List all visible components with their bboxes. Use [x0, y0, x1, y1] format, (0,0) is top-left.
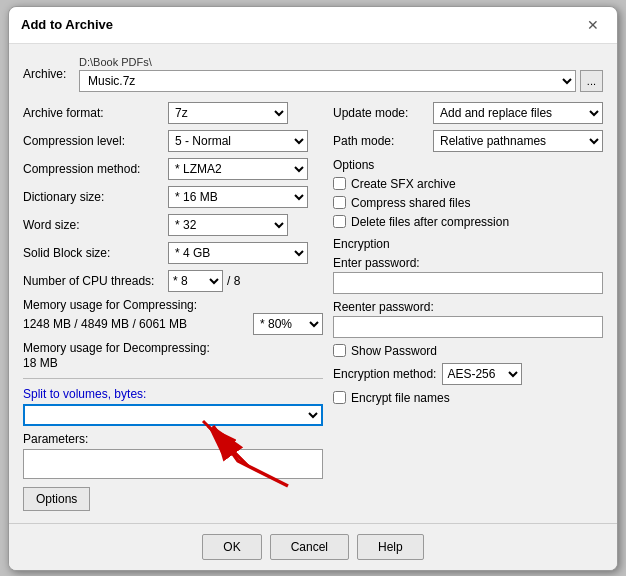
compress-shared-label: Compress shared files	[351, 196, 470, 210]
dictionary-size-label: Dictionary size:	[23, 190, 168, 204]
word-size-row: Word size: * 32	[23, 214, 323, 236]
show-password-row: Show Password	[333, 344, 603, 358]
split-label: Split to volumes, bytes:	[23, 387, 323, 401]
mem-compress-label: Memory usage for Compressing:	[23, 298, 323, 312]
right-column: Update mode: Add and replace files Path …	[333, 102, 603, 511]
dictionary-size-combo[interactable]: * 16 MB	[168, 186, 308, 208]
cpu-row: Number of CPU threads: * 8 / 8	[23, 270, 323, 292]
mem-decompress-value: 18 MB	[23, 356, 58, 370]
add-to-archive-dialog: Add to Archive ✕ Archive: D:\Book PDFs\ …	[8, 6, 618, 571]
create-sfx-row: Create SFX archive	[333, 177, 603, 191]
create-sfx-label: Create SFX archive	[351, 177, 456, 191]
compress-shared-row: Compress shared files	[333, 196, 603, 210]
path-mode-combo[interactable]: Relative pathnames	[433, 130, 603, 152]
close-button[interactable]: ✕	[581, 15, 605, 35]
enter-password-input[interactable]	[333, 272, 603, 294]
encryption-method-combo[interactable]: AES-256	[442, 363, 522, 385]
archive-format-label: Archive format:	[23, 106, 168, 120]
delete-after-row: Delete files after compression	[333, 215, 603, 229]
encryption-method-label: Encryption method:	[333, 367, 436, 381]
path-mode-label: Path mode:	[333, 134, 433, 148]
params-input[interactable]	[23, 449, 323, 479]
reenter-password-input[interactable]	[333, 316, 603, 338]
encrypt-filenames-checkbox[interactable]	[333, 391, 346, 404]
archive-filename-combo[interactable]: Music.7z	[79, 70, 576, 92]
compression-level-label: Compression level:	[23, 134, 168, 148]
update-mode-label: Update mode:	[333, 106, 433, 120]
archive-path: D:\Book PDFs\	[79, 56, 603, 68]
compress-shared-checkbox[interactable]	[333, 196, 346, 209]
dialog-title: Add to Archive	[21, 17, 113, 32]
show-password-label: Show Password	[351, 344, 437, 358]
ok-button[interactable]: OK	[202, 534, 261, 560]
encryption-section: Encryption Enter password: Reenter passw…	[333, 237, 603, 405]
archive-path-col: D:\Book PDFs\ Music.7z ...	[79, 56, 603, 92]
options-section-title: Options	[333, 158, 603, 172]
title-bar: Add to Archive ✕	[9, 7, 617, 44]
show-password-checkbox[interactable]	[333, 344, 346, 357]
mem-decompress-row: Memory usage for Decompressing: 18 MB	[23, 341, 323, 370]
create-sfx-checkbox[interactable]	[333, 177, 346, 190]
mem-compress-values: 1248 MB / 4849 MB / 6061 MB	[23, 317, 187, 331]
archive-format-combo[interactable]: 7z	[168, 102, 288, 124]
delete-after-checkbox[interactable]	[333, 215, 346, 228]
encryption-title: Encryption	[333, 237, 603, 251]
encryption-method-row: Encryption method: AES-256	[333, 363, 603, 385]
cpu-combo[interactable]: * 8	[168, 270, 223, 292]
params-label: Parameters:	[23, 432, 323, 446]
cpu-label: Number of CPU threads:	[23, 274, 168, 288]
dictionary-size-row: Dictionary size: * 16 MB	[23, 186, 323, 208]
browse-button[interactable]: ...	[580, 70, 603, 92]
archive-row: Archive: D:\Book PDFs\ Music.7z ...	[23, 56, 603, 92]
cancel-button[interactable]: Cancel	[270, 534, 349, 560]
help-button[interactable]: Help	[357, 534, 424, 560]
split-volumes-combo[interactable]	[23, 404, 323, 426]
update-mode-row: Update mode: Add and replace files	[333, 102, 603, 124]
mem-compress-row: Memory usage for Compressing: 1248 MB / …	[23, 298, 323, 335]
archive-format-row: Archive format: 7z	[23, 102, 323, 124]
left-column: Archive format: 7z Compression level: 5 …	[23, 102, 323, 511]
compression-method-combo[interactable]: * LZMA2	[168, 158, 308, 180]
compression-method-label: Compression method:	[23, 162, 168, 176]
cpu-total: / 8	[227, 274, 240, 288]
encrypt-filenames-row: Encrypt file names	[333, 391, 603, 405]
enter-password-label: Enter password:	[333, 256, 603, 270]
solid-block-row: Solid Block size: * 4 GB	[23, 242, 323, 264]
mem-compress-combo[interactable]: * 80%	[253, 313, 323, 335]
solid-block-label: Solid Block size:	[23, 246, 168, 260]
update-mode-combo[interactable]: Add and replace files	[433, 102, 603, 124]
footer: OK Cancel Help	[9, 523, 617, 570]
archive-label: Archive:	[23, 67, 73, 81]
mem-decompress-label: Memory usage for Decompressing:	[23, 341, 323, 355]
reenter-password-label: Reenter password:	[333, 300, 603, 314]
solid-block-combo[interactable]: * 4 GB	[168, 242, 308, 264]
options-button[interactable]: Options	[23, 487, 90, 511]
compression-level-combo[interactable]: 5 - Normal	[168, 130, 308, 152]
compression-level-row: Compression level: 5 - Normal	[23, 130, 323, 152]
delete-after-label: Delete files after compression	[351, 215, 509, 229]
word-size-label: Word size:	[23, 218, 168, 232]
path-mode-row: Path mode: Relative pathnames	[333, 130, 603, 152]
compression-method-row: Compression method: * LZMA2	[23, 158, 323, 180]
encrypt-filenames-label: Encrypt file names	[351, 391, 450, 405]
word-size-combo[interactable]: * 32	[168, 214, 288, 236]
